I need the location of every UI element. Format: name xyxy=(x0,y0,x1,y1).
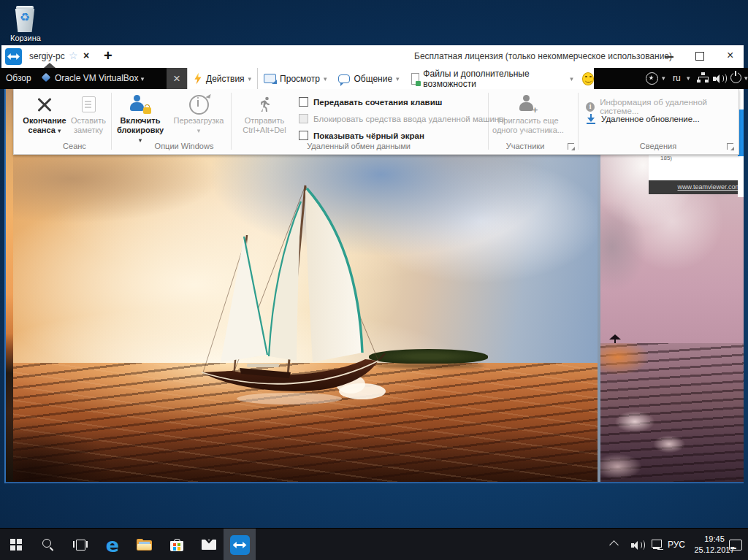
checkbox-label: Блокировать средства ввода удаленной маш… xyxy=(313,115,505,123)
menu-vm-dropdown[interactable]: Oracle VM VirtualBox ▾ xyxy=(55,73,144,83)
taskbar-store-button[interactable] xyxy=(161,529,193,560)
chevron-down-icon: ▾ xyxy=(58,127,61,134)
remote-panel-text: 185) xyxy=(660,155,672,161)
remote-left-edge-strip xyxy=(6,89,13,483)
ribbon-panel: Окончание сеанса ▾ Оставить заметку Сеан… xyxy=(13,89,739,155)
chevron-down-icon: ▾ xyxy=(687,74,690,82)
reboot-button[interactable]: Перезагрузка▾ xyxy=(169,93,229,136)
power-icon[interactable] xyxy=(730,72,741,83)
end-session-button[interactable]: Окончание сеанса ▾ xyxy=(18,93,71,136)
recycle-bin-label: Корзина xyxy=(0,34,51,42)
tab-close-icon[interactable]: × xyxy=(83,50,89,61)
action-center-icon[interactable] xyxy=(729,540,742,551)
virtualbox-icon xyxy=(42,73,51,83)
teamviewer-link[interactable]: www.teamviewer.com xyxy=(677,183,741,191)
leave-note-button[interactable]: Оставить заметку xyxy=(68,93,109,135)
chevron-down-icon: ▾ xyxy=(141,75,145,83)
volume-icon[interactable] xyxy=(631,540,643,551)
tab-view[interactable]: Просмотр ▾ xyxy=(258,68,332,89)
send-ctrl-alt-del-button[interactable]: Отправить Ctrl+Alt+Del xyxy=(235,93,294,135)
taskbar-mail-button[interactable] xyxy=(193,529,225,560)
remote-update-item[interactable]: Удаленное обновление... xyxy=(586,114,700,124)
feedback-smiley-icon[interactable] xyxy=(582,72,594,85)
window-minimize-button[interactable] xyxy=(665,56,673,58)
tab-view-label: Просмотр xyxy=(280,74,320,84)
info-icon: i xyxy=(586,102,595,112)
checkbox-label: Передавать сочетания клавиш xyxy=(313,98,442,107)
chevron-down-icon: ▾ xyxy=(248,75,252,83)
taskbar-search-button[interactable] xyxy=(32,529,64,560)
chevron-down-icon: ▾ xyxy=(197,127,201,134)
remote-panel-fragment: 185) xyxy=(649,153,744,180)
checkbox-label: Показывать чёрный экран xyxy=(313,131,424,140)
close-session-button[interactable]: × xyxy=(167,68,187,89)
chevron-down-icon: ▾ xyxy=(570,75,573,83)
remote-update-label: Удаленное обновление... xyxy=(601,115,700,123)
tab-communication-label: Общение xyxy=(354,74,392,84)
active-tab-pointer xyxy=(44,63,56,68)
info-dialog-launcher-icon[interactable] xyxy=(727,143,733,150)
ribbon-tabs: Действия ▾ Просмотр ▾ Общение ▾ Файлы и … xyxy=(187,68,594,89)
checkbox[interactable] xyxy=(299,131,308,140)
monitor-icon xyxy=(264,74,276,83)
titlebar: sergiy-pc ☆ × + Бесплатная лицензия (тол… xyxy=(1,45,744,68)
license-text: Бесплатная лицензия (только некоммерческ… xyxy=(414,51,672,61)
connection-quality-icon[interactable] xyxy=(697,72,709,83)
chevron-down-icon: ▾ xyxy=(744,74,748,82)
edge-icon: e xyxy=(106,535,119,555)
enable-lock-button[interactable]: Включить блокировку ▾ xyxy=(115,93,166,145)
checkbox-black-screen[interactable]: Показывать чёрный экран xyxy=(299,131,424,140)
favorite-star-icon[interactable]: ☆ xyxy=(69,50,78,61)
session-tab-title: sergiy-pc xyxy=(29,51,65,61)
invite-participant-button[interactable]: + Пригласить еще одного участника... xyxy=(490,93,566,135)
session-tab[interactable]: sergiy-pc ☆ × xyxy=(26,45,99,68)
taskbar-edge-button[interactable]: e xyxy=(96,529,129,560)
new-tab-button[interactable]: + xyxy=(104,47,112,64)
profile-icon[interactable] xyxy=(646,72,658,85)
tab-files[interactable]: Файлы и дополнительные возможности ▾ xyxy=(405,68,579,89)
keyboard-language[interactable]: РУС xyxy=(668,540,685,550)
checkbox[interactable] xyxy=(299,97,308,107)
sound-icon[interactable] xyxy=(713,73,725,84)
participants-dialog-launcher-icon[interactable] xyxy=(568,143,574,150)
menu-overview[interactable]: Обзор xyxy=(6,73,31,83)
checkbox-disabled xyxy=(299,114,308,123)
user-lock-icon xyxy=(129,95,151,114)
close-icon: × xyxy=(173,72,180,85)
group-label-participants: Участники xyxy=(488,142,562,150)
recycle-bin[interactable]: ♻ Корзина xyxy=(9,4,42,47)
add-user-icon: + xyxy=(518,95,538,114)
teamviewer-banner: www.teamviewer.com xyxy=(649,180,744,194)
task-view-button[interactable] xyxy=(64,529,96,560)
chat-icon xyxy=(338,74,350,83)
tray-expand-icon[interactable] xyxy=(609,540,619,550)
language-selector[interactable]: ru xyxy=(673,73,681,83)
wallpaper-sea-shadow xyxy=(13,394,174,483)
tab-communication[interactable]: Общение ▾ xyxy=(332,68,405,89)
start-button[interactable] xyxy=(0,529,32,560)
taskbar-teamviewer-button[interactable] xyxy=(224,529,256,560)
tab-actions[interactable]: Действия ▾ xyxy=(187,68,258,89)
taskbar-explorer-button[interactable] xyxy=(129,529,161,560)
strip-waves xyxy=(600,343,744,483)
island-reflection xyxy=(375,364,484,368)
folder-icon xyxy=(137,539,153,551)
menubar-right-icons: ▾ ru ▾ ▾ xyxy=(641,68,748,89)
island xyxy=(369,349,488,364)
network-icon[interactable] xyxy=(652,540,663,550)
window-maximize-button[interactable] xyxy=(695,52,704,61)
window-close-button[interactable]: × xyxy=(727,49,733,62)
remote-wallpaper xyxy=(13,153,598,483)
tab-files-label: Файлы и дополнительные возможности xyxy=(423,69,566,89)
checkbox-send-keys[interactable]: Передавать сочетания клавиш xyxy=(299,97,442,107)
remote-info-label: Информация об удаленной системе... xyxy=(600,98,739,115)
chevron-down-icon: ▾ xyxy=(324,75,327,83)
hut-silhouette xyxy=(609,334,621,340)
recycle-icon: ♻ xyxy=(14,12,36,23)
download-icon xyxy=(586,114,596,124)
file-puzzle-icon xyxy=(411,73,420,85)
menubar: Обзор Oracle VM VirtualBox ▾ × Действия … xyxy=(0,68,748,89)
chevron-down-icon: ▾ xyxy=(662,74,665,82)
teamviewer-arrow-glyph xyxy=(7,53,20,60)
group-label-remote-interaction: Удаленный обмен данными xyxy=(231,142,486,150)
